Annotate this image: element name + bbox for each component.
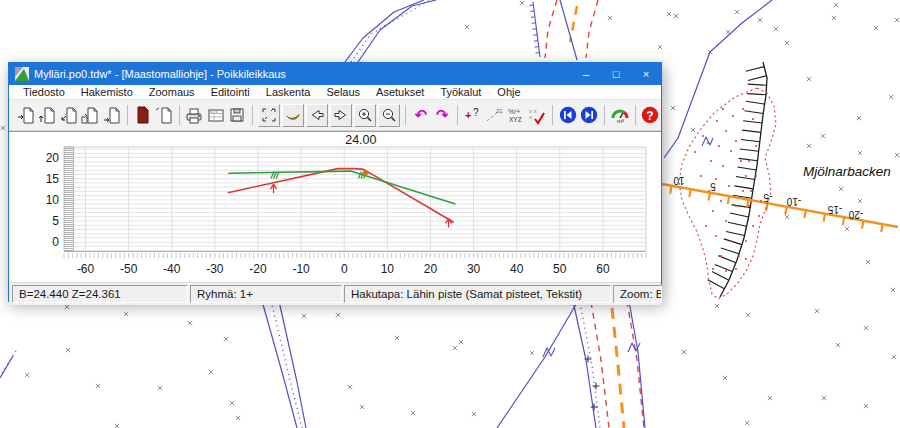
svg-text:10: 10 [46,193,60,207]
svg-text:m³: m³ [617,118,624,124]
pan-left-icon[interactable] [306,104,328,127]
id-grid-icon[interactable] [205,103,227,127]
svg-text:0: 0 [52,235,59,249]
file-read-icon[interactable] [15,103,37,127]
minimize-icon[interactable]: – [571,63,601,85]
prev-section-icon[interactable] [557,103,579,127]
svg-text:20: 20 [46,151,60,165]
svg-text:-50: -50 [120,262,138,276]
chart-client-area[interactable]: 05101520-60-50-40-30-20-1001020304050602… [9,131,661,282]
svg-text:-60: -60 [77,262,95,276]
status-search-mode: Hakutapa: Lähin piste (Samat pisteet, Te… [344,285,611,303]
svg-text:+: + [465,109,471,121]
save-view-icon[interactable] [227,103,249,127]
redo-icon[interactable]: ↷ [432,103,454,127]
svg-text:-10: -10 [292,262,310,276]
file-write-icon[interactable] [101,103,123,127]
help-icon[interactable]: ? [640,103,662,127]
undo-icon[interactable]: ↶ [410,103,432,127]
svg-text:0: 0 [341,262,348,276]
menu-item-hakemisto[interactable]: Hakemisto [73,86,141,98]
status-coordinates: B=24.440 Z=24.361 [12,285,188,303]
svg-text:x: x [529,114,532,120]
svg-text:?: ? [473,107,479,118]
volume-icon[interactable]: m³ [609,103,631,127]
svg-text:15: 15 [46,172,60,186]
place-label: Mjölnarbacken [803,164,891,179]
svg-text:24.00: 24.00 [345,133,376,147]
close-icon[interactable]: × [631,63,661,85]
menu-item-tiedosto[interactable]: Tiedosto [15,86,73,98]
station-label: 10 [673,175,685,186]
svg-text:21: 21 [496,108,503,114]
cross-section-chart[interactable]: 05101520-60-50-40-30-20-1001020304050602… [11,132,661,283]
svg-text:60: 60 [596,262,610,276]
svg-text:30: 30 [467,262,481,276]
pan-right-icon[interactable] [330,104,352,127]
menu-item-editointi[interactable]: Editointi [203,86,258,98]
toolbar-separator [252,105,253,125]
print-icon[interactable] [184,103,206,127]
toolbar-separator [604,105,605,125]
status-group: Ryhmä: 1+ [190,285,342,303]
file-add-icon[interactable] [37,103,59,127]
toolbar-separator [405,105,406,125]
menu-item-asetukset[interactable]: Asetukset [368,86,432,98]
svg-text:%/+: %/+ [508,108,520,115]
svg-text:-20: -20 [249,262,267,276]
svg-text:5: 5 [52,214,59,228]
svg-text:?: ? [647,109,654,123]
station-label: -15 [827,204,842,215]
doc-red-icon[interactable] [132,103,154,127]
menu-bar: TiedostoHakemistoZoomausEditointiLaskent… [9,85,661,100]
maximize-icon[interactable]: □ [601,63,631,85]
menu-item-zoomaus[interactable]: Zoomaus [141,86,203,98]
zoom-out-icon[interactable] [378,104,400,127]
svg-text:XYZ: XYZ [509,116,522,123]
svg-text:50: 50 [553,262,567,276]
line-21-icon[interactable]: 21 [484,103,506,127]
station-label: -5 [763,192,772,203]
status-bar: B=24.440 Z=24.361 Ryhmä: 1+ Hakutapa: Lä… [9,282,661,305]
menu-item-laskenta[interactable]: Laskenta [258,86,319,98]
cross-section-window: Mylläri.po0.tdw* - [Maastomalliohje] - P… [8,62,662,302]
app-icon [15,67,29,81]
status-zoom: Zoom: BZ [613,285,662,303]
file-save-icon[interactable] [58,103,80,127]
zoom-extents-icon[interactable] [258,104,280,127]
window-title: Mylläri.po0.tdw* - [Maastomalliohje] - P… [34,68,286,80]
doc-new-icon[interactable] [153,103,175,127]
xyz-check-icon[interactable]: x xx [527,103,549,127]
station-label: -20 [848,209,863,220]
toolbar-separator [635,105,636,125]
svg-text:20: 20 [424,262,438,276]
svg-text:-30: -30 [206,262,224,276]
toolbar-separator [457,105,458,125]
add-point-icon[interactable]: +? [462,103,484,127]
file-saveas-icon[interactable] [80,103,102,127]
next-section-icon[interactable] [579,103,601,127]
svg-text:10: 10 [381,262,395,276]
toolbar-separator [552,105,553,125]
station-label: -10 [786,196,801,207]
station-label: 5 [710,181,716,192]
svg-text:-40: -40 [163,262,181,276]
title-bar[interactable]: Mylläri.po0.tdw* - [Maastomalliohje] - P… [9,63,661,85]
toolbar: ↶↷+?21%/+XYZx xxm³? [9,100,661,131]
menu-item-ohje[interactable]: Ohje [489,86,528,98]
menu-item-työkalut[interactable]: Työkalut [432,86,489,98]
zoom-prev-icon[interactable] [282,104,304,127]
svg-text:40: 40 [510,262,524,276]
zoom-in-icon[interactable] [354,104,376,127]
toolbar-separator [127,105,128,125]
xyz-plus-icon[interactable]: %/+XYZ [505,103,527,127]
toolbar-separator [179,105,180,125]
menu-item-selaus[interactable]: Selaus [318,86,368,98]
